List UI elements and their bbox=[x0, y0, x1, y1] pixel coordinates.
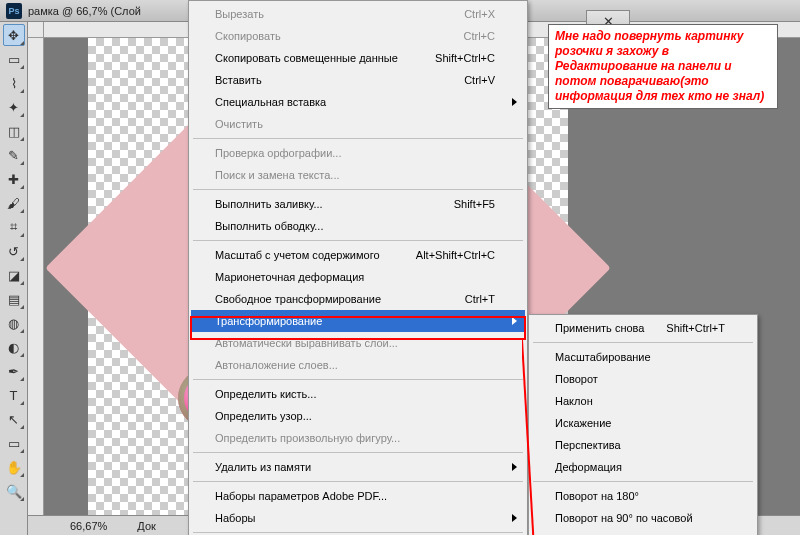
document-title: рамка @ 66,7% (Слой bbox=[28, 5, 141, 17]
menu-item-label: Перспектива bbox=[555, 439, 621, 451]
transform-menu-item-6[interactable]: Перспектива bbox=[531, 434, 755, 456]
edit-menu-separator bbox=[193, 452, 523, 453]
menu-item-label: Наборы параметров Adobe PDF... bbox=[215, 490, 387, 502]
edit-menu-item-7: Проверка орфографии... bbox=[191, 142, 525, 164]
menu-item-label: Автоналожение слоев... bbox=[215, 359, 338, 371]
tool-wand[interactable]: ✦ bbox=[3, 96, 25, 118]
menu-item-label: Проверка орфографии... bbox=[215, 147, 341, 159]
menu-item-shortcut: Ctrl+C bbox=[464, 30, 495, 42]
menu-item-label: Выполнить обводку... bbox=[215, 220, 323, 232]
tool-path[interactable]: ↖ bbox=[3, 408, 25, 430]
transform-menu-item-5[interactable]: Искажение bbox=[531, 412, 755, 434]
edit-menu-separator bbox=[193, 189, 523, 190]
edit-menu-item-5: Очистить bbox=[191, 113, 525, 135]
menu-item-label: Поворот на 180° bbox=[555, 490, 639, 502]
menu-item-label: Специальная вставка bbox=[215, 96, 326, 108]
tool-zoom[interactable]: 🔍 bbox=[3, 480, 25, 502]
edit-menu-item-11[interactable]: Выполнить обводку... bbox=[191, 215, 525, 237]
menu-item-shortcut: Ctrl+X bbox=[464, 8, 495, 20]
menu-item-label: Вставить bbox=[215, 74, 262, 86]
transform-menu-item-3[interactable]: Поворот bbox=[531, 368, 755, 390]
edit-menu-item-16[interactable]: Трансформирование bbox=[191, 310, 525, 332]
edit-menu-item-4[interactable]: Специальная вставка bbox=[191, 91, 525, 113]
edit-menu-item-10[interactable]: Выполнить заливку...Shift+F5 bbox=[191, 193, 525, 215]
edit-menu-item-2[interactable]: Скопировать совмещенные данныеShift+Ctrl… bbox=[191, 47, 525, 69]
menu-item-label: Автоматически выравнивать слои... bbox=[215, 337, 398, 349]
edit-menu-item-26[interactable]: Наборы параметров Adobe PDF... bbox=[191, 485, 525, 507]
menu-item-label: Марионеточная деформация bbox=[215, 271, 364, 283]
transform-submenu: Применить сноваShift+Ctrl+TМасштабирован… bbox=[528, 314, 758, 535]
menu-item-shortcut: Ctrl+V bbox=[464, 74, 495, 86]
tool-pen[interactable]: ✒ bbox=[3, 360, 25, 382]
menu-item-label: Свободное трансформирование bbox=[215, 293, 381, 305]
menu-item-label: Вырезать bbox=[215, 8, 264, 20]
ruler-vertical bbox=[28, 38, 44, 515]
submenu-arrow-icon bbox=[512, 463, 517, 471]
edit-menu-item-27[interactable]: Наборы bbox=[191, 507, 525, 529]
edit-menu-item-3[interactable]: ВставитьCtrl+V bbox=[191, 69, 525, 91]
menu-item-label: Масштаб с учетом содержимого bbox=[215, 249, 380, 261]
transform-menu-item-4[interactable]: Наклон bbox=[531, 390, 755, 412]
transform-menu-item-9[interactable]: Поворот на 180° bbox=[531, 485, 755, 507]
edit-menu-item-17: Автоматически выравнивать слои... bbox=[191, 332, 525, 354]
submenu-arrow-icon bbox=[512, 98, 517, 106]
zoom-value[interactable]: 66,67% bbox=[70, 520, 107, 532]
ruler-corner bbox=[28, 22, 44, 38]
tool-gradient[interactable]: ▤ bbox=[3, 288, 25, 310]
edit-menu: ВырезатьCtrl+XСкопироватьCtrl+CСкопирова… bbox=[188, 0, 528, 535]
tool-eyedropper[interactable]: ✎ bbox=[3, 144, 25, 166]
tool-hand[interactable]: ✋ bbox=[3, 456, 25, 478]
doc-label: Док bbox=[137, 520, 156, 532]
menu-item-shortcut: Ctrl+T bbox=[465, 293, 495, 305]
edit-menu-item-8: Поиск и замена текста... bbox=[191, 164, 525, 186]
edit-menu-separator bbox=[193, 532, 523, 533]
edit-menu-item-24[interactable]: Удалить из памяти bbox=[191, 456, 525, 478]
transform-menu-item-11[interactable]: Поворот на 90° против часовой bbox=[531, 529, 755, 535]
menu-item-label: Искажение bbox=[555, 417, 611, 429]
tool-blur[interactable]: ◍ bbox=[3, 312, 25, 334]
menu-item-label: Выполнить заливку... bbox=[215, 198, 323, 210]
app-icon: Ps bbox=[6, 3, 22, 19]
tool-brush[interactable]: 🖌 bbox=[3, 192, 25, 214]
tool-dodge[interactable]: ◐ bbox=[3, 336, 25, 358]
tool-marquee[interactable]: ▭ bbox=[3, 48, 25, 70]
submenu-arrow-icon bbox=[512, 317, 517, 325]
menu-item-label: Наборы bbox=[215, 512, 256, 524]
edit-menu-item-20[interactable]: Определить кисть... bbox=[191, 383, 525, 405]
toolbox: ✥▭⌇✦◫✎✚🖌⌗↺◪▤◍◐✒T↖▭✋🔍 bbox=[0, 22, 28, 535]
annotation-note: Мне надо повернуть картинку розочки я за… bbox=[548, 24, 778, 109]
transform-menu-separator bbox=[533, 481, 753, 482]
edit-menu-item-21[interactable]: Определить узор... bbox=[191, 405, 525, 427]
tool-type[interactable]: T bbox=[3, 384, 25, 406]
menu-item-shortcut: Shift+F5 bbox=[454, 198, 495, 210]
menu-item-label: Определить узор... bbox=[215, 410, 312, 422]
transform-menu-item-7[interactable]: Деформация bbox=[531, 456, 755, 478]
tool-eraser[interactable]: ◪ bbox=[3, 264, 25, 286]
edit-menu-item-13[interactable]: Масштаб с учетом содержимогоAlt+Shift+Ct… bbox=[191, 244, 525, 266]
transform-menu-separator bbox=[533, 342, 753, 343]
menu-item-shortcut: Alt+Shift+Ctrl+C bbox=[416, 249, 495, 261]
edit-menu-item-15[interactable]: Свободное трансформированиеCtrl+T bbox=[191, 288, 525, 310]
menu-item-label: Деформация bbox=[555, 461, 622, 473]
menu-item-label: Очистить bbox=[215, 118, 263, 130]
menu-item-label: Удалить из памяти bbox=[215, 461, 311, 473]
transform-menu-item-2[interactable]: Масштабирование bbox=[531, 346, 755, 368]
tool-lasso[interactable]: ⌇ bbox=[3, 72, 25, 94]
transform-menu-item-10[interactable]: Поворот на 90° по часовой bbox=[531, 507, 755, 529]
tool-healing[interactable]: ✚ bbox=[3, 168, 25, 190]
edit-menu-separator bbox=[193, 240, 523, 241]
transform-menu-item-0[interactable]: Применить сноваShift+Ctrl+T bbox=[531, 317, 755, 339]
menu-item-label: Поворот на 90° по часовой bbox=[555, 512, 693, 524]
edit-menu-item-14[interactable]: Марионеточная деформация bbox=[191, 266, 525, 288]
menu-item-label: Поиск и замена текста... bbox=[215, 169, 340, 181]
menu-item-label: Скопировать bbox=[215, 30, 281, 42]
edit-menu-separator bbox=[193, 138, 523, 139]
tool-rect[interactable]: ▭ bbox=[3, 432, 25, 454]
edit-menu-item-22: Определить произвольную фигуру... bbox=[191, 427, 525, 449]
menu-item-label: Применить снова bbox=[555, 322, 644, 334]
tool-move[interactable]: ✥ bbox=[3, 24, 25, 46]
tool-stamp[interactable]: ⌗ bbox=[3, 216, 25, 238]
menu-item-label: Масштабирование bbox=[555, 351, 651, 363]
tool-history[interactable]: ↺ bbox=[3, 240, 25, 262]
tool-crop[interactable]: ◫ bbox=[3, 120, 25, 142]
